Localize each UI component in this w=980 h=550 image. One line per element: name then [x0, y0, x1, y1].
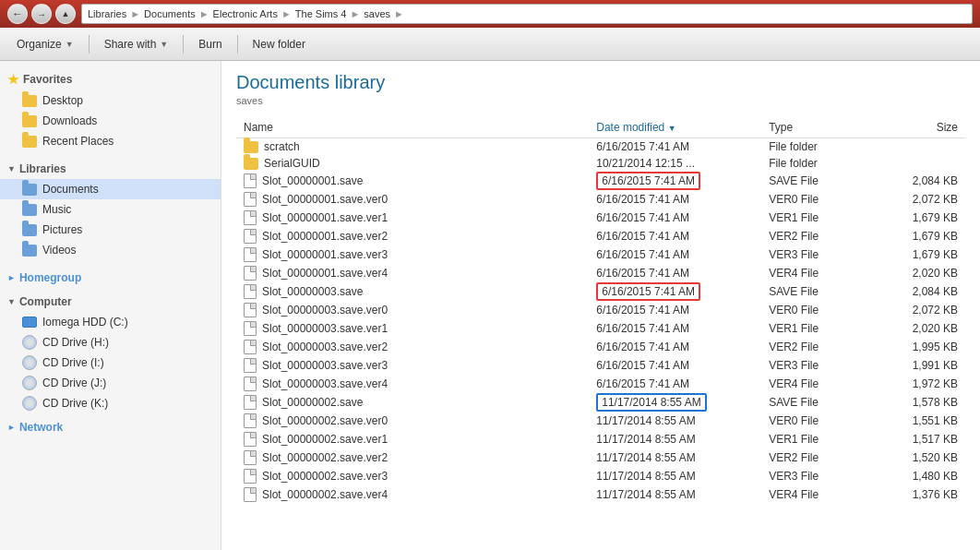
- downloads-icon: [22, 114, 37, 128]
- file-icon: [244, 358, 257, 373]
- table-row[interactable]: Slot_00000003.save.ver36/16/2015 7:41 AM…: [236, 356, 965, 375]
- file-size: 1,517 KB: [887, 430, 965, 448]
- file-name: Slot_00000002.save: [262, 396, 363, 409]
- table-row[interactable]: Slot_00000003.save6/16/2015 7:41 AMSAVE …: [236, 282, 965, 301]
- file-name-cell: Slot_00000002.save: [236, 393, 589, 412]
- toolbar-separator-2: [183, 35, 184, 54]
- sidebar-item-desktop[interactable]: Desktop: [0, 90, 221, 111]
- file-icon: [244, 266, 257, 281]
- file-size: 1,551 KB: [887, 412, 965, 430]
- sidebar-item-recent-places[interactable]: Recent Places: [0, 131, 221, 151]
- file-icon: [244, 432, 257, 447]
- col-name[interactable]: Name: [236, 117, 589, 138]
- share-with-button[interactable]: Share with ▼: [95, 34, 178, 54]
- col-type[interactable]: Type: [761, 117, 887, 138]
- sidebar-item-cd-i[interactable]: CD Drive (I:): [0, 353, 221, 373]
- file-type: VER3 File: [761, 245, 887, 264]
- address-part-4: The Sims 4: [295, 8, 347, 19]
- homegroup-header[interactable]: ► Homegroup: [0, 268, 221, 288]
- computer-label: Computer: [19, 295, 72, 308]
- table-row[interactable]: Slot_00000001.save6/16/2015 7:41 AMSAVE …: [236, 172, 965, 190]
- new-folder-button[interactable]: New folder: [244, 34, 315, 54]
- table-row[interactable]: Slot_00000002.save.ver211/17/2014 8:55 A…: [236, 448, 965, 467]
- table-row[interactable]: Slot_00000002.save11/17/2014 8:55 AMSAVE…: [236, 393, 965, 412]
- file-name-cell: Slot_00000003.save.ver4: [236, 375, 589, 393]
- col-size[interactable]: Size: [887, 117, 965, 138]
- forward-button[interactable]: →: [31, 4, 52, 24]
- content-area: Documents library saves Name Date modifi…: [221, 61, 980, 550]
- table-row[interactable]: Slot_00000002.save.ver311/17/2014 8:55 A…: [236, 467, 965, 485]
- table-row[interactable]: Slot_00000001.save.ver36/16/2015 7:41 AM…: [236, 245, 965, 264]
- sep-3: ►: [281, 8, 292, 19]
- documents-label: Documents: [42, 183, 99, 196]
- address-bar[interactable]: Libraries ► Documents ► Electronic Arts …: [81, 4, 973, 24]
- burn-label: Burn: [198, 38, 221, 51]
- network-label: Network: [19, 421, 63, 434]
- file-name: Slot_00000001.save.ver4: [262, 267, 388, 280]
- file-name: Slot_00000001.save.ver2: [262, 230, 388, 243]
- file-date: 11/17/2014 8:55 AM: [589, 448, 761, 467]
- file-icon: [244, 377, 257, 391]
- file-type: VER4 File: [761, 264, 887, 282]
- file-size: 1,679 KB: [887, 209, 965, 227]
- file-type: VER1 File: [761, 209, 887, 227]
- sidebar-item-music[interactable]: Music: [0, 199, 221, 220]
- file-date: 6/16/2015 7:41 AM: [589, 138, 761, 156]
- table-row[interactable]: Slot_00000001.save.ver16/16/2015 7:41 AM…: [236, 209, 965, 227]
- file-name-cell: Slot_00000001.save.ver2: [236, 227, 589, 245]
- file-type: VER0 File: [761, 190, 887, 209]
- file-type: VER0 File: [761, 301, 887, 319]
- file-name: Slot_00000002.save.ver4: [262, 488, 388, 501]
- file-size: 2,084 KB: [887, 172, 965, 190]
- back-button[interactable]: ←: [7, 4, 28, 24]
- network-expand-icon: ►: [7, 423, 16, 432]
- col-date[interactable]: Date modified ▼: [589, 117, 761, 138]
- table-row[interactable]: Slot_00000003.save.ver46/16/2015 7:41 AM…: [236, 375, 965, 393]
- computer-expand-icon: ▼: [7, 297, 16, 306]
- file-name: Slot_00000001.save.ver3: [262, 248, 388, 261]
- table-row[interactable]: Slot_00000001.save.ver26/16/2015 7:41 AM…: [236, 227, 965, 245]
- file-icon: [244, 487, 257, 502]
- sidebar-item-cd-j[interactable]: CD Drive (J:): [0, 373, 221, 393]
- file-date: 6/16/2015 7:41 AM: [589, 338, 761, 356]
- favorites-header[interactable]: ★ Favorites: [0, 68, 221, 90]
- computer-header[interactable]: ▼ Computer: [0, 292, 221, 312]
- sidebar-item-pictures[interactable]: Pictures: [0, 220, 221, 240]
- burn-button[interactable]: Burn: [189, 34, 231, 54]
- table-row[interactable]: scratch6/16/2015 7:41 AMFile folder: [236, 138, 965, 156]
- sidebar-item-iomega[interactable]: Iomega HDD (C:): [0, 312, 221, 332]
- file-name: Slot_00000003.save.ver1: [262, 322, 388, 335]
- file-size: 1,578 KB: [887, 393, 965, 412]
- organize-button[interactable]: Organize ▼: [7, 34, 83, 54]
- table-row[interactable]: Slot_00000002.save.ver411/17/2014 8:55 A…: [236, 485, 965, 504]
- table-row[interactable]: Slot_00000003.save.ver26/16/2015 7:41 AM…: [236, 338, 965, 356]
- sidebar-item-cd-h[interactable]: CD Drive (H:): [0, 332, 221, 353]
- libraries-header[interactable]: ▼ Libraries: [0, 159, 221, 179]
- up-button[interactable]: ▲: [55, 4, 76, 24]
- file-type: File folder: [761, 155, 887, 172]
- table-row[interactable]: SerialGUID10/21/2014 12:15 ...File folde…: [236, 155, 965, 172]
- file-name: Slot_00000002.save.ver3: [262, 470, 388, 483]
- file-type: VER1 File: [761, 430, 887, 448]
- file-name-cell: Slot_00000002.save.ver4: [236, 485, 589, 504]
- nav-buttons: ← → ▲: [7, 4, 76, 24]
- table-row[interactable]: Slot_00000001.save.ver46/16/2015 7:41 AM…: [236, 264, 965, 282]
- file-date: 6/16/2015 7:41 AM: [589, 375, 761, 393]
- sidebar-item-videos[interactable]: Videos: [0, 240, 221, 260]
- file-icon: [244, 303, 257, 317]
- table-row[interactable]: Slot_00000002.save.ver111/17/2014 8:55 A…: [236, 430, 965, 448]
- file-type: SAVE File: [761, 172, 887, 190]
- file-icon: [244, 340, 257, 354]
- sidebar-item-documents[interactable]: Documents: [0, 179, 221, 199]
- table-row[interactable]: Slot_00000003.save.ver16/16/2015 7:41 AM…: [236, 319, 965, 338]
- table-row[interactable]: Slot_00000001.save.ver06/16/2015 7:41 AM…: [236, 190, 965, 209]
- network-header[interactable]: ► Network: [0, 417, 221, 437]
- content-subtitle: saves: [236, 95, 965, 106]
- music-label: Music: [42, 203, 71, 216]
- table-row[interactable]: Slot_00000002.save.ver011/17/2014 8:55 A…: [236, 412, 965, 430]
- table-row[interactable]: Slot_00000003.save.ver06/16/2015 7:41 AM…: [236, 301, 965, 319]
- sidebar-item-downloads[interactable]: Downloads: [0, 111, 221, 131]
- file-name-cell: Slot_00000002.save.ver1: [236, 430, 589, 448]
- sidebar-item-cd-k[interactable]: CD Drive (K:): [0, 393, 221, 413]
- favorites-label: Favorites: [23, 73, 72, 86]
